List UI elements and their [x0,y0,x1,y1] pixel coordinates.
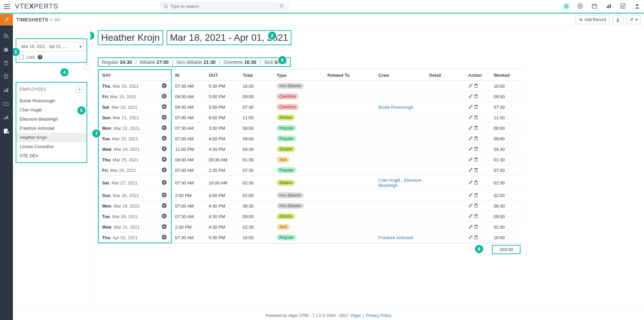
day-cell: Tue, Mar 23, 2021 [98,134,171,144]
add-entry-icon[interactable] [162,104,168,110]
lock-checkbox[interactable] [19,55,24,59]
employee-item[interactable]: Cher Hugill [16,105,87,114]
col-header: Type [273,70,324,81]
edit-icon[interactable] [468,125,473,131]
edit-icon[interactable] [468,214,473,219]
nav-doc-icon[interactable] [3,74,10,80]
worked-cell: 09:30 [490,201,523,211]
stat-overtime-label: Overtime [224,59,243,65]
add-entry-icon[interactable] [162,146,168,152]
footer-privacy-link[interactable]: Privacy Policy [366,313,392,318]
edit-icon[interactable] [468,146,473,152]
svg-rect-31 [6,117,7,119]
nav-puzzle-icon[interactable] [3,47,10,53]
total-cell: 10:00 [239,232,273,243]
crew-link[interactable]: Boote Risborough [378,105,414,110]
edit-icon[interactable] [468,104,473,110]
global-search[interactable] [160,2,289,11]
add-entry-icon[interactable] [162,114,168,121]
add-entry-icon[interactable] [162,180,168,186]
trash-icon[interactable] [474,83,478,89]
total-cell: 07:30 [239,102,273,112]
trash-icon[interactable] [474,167,478,173]
footer-vtiger-link[interactable]: Vtiger [350,313,361,318]
trash-icon[interactable] [474,125,478,131]
search-input[interactable] [170,4,280,9]
add-entry-icon[interactable] [162,157,168,163]
trash-icon[interactable] [474,94,478,100]
nav-trash-icon[interactable] [3,60,10,66]
trash-icon[interactable] [474,193,478,198]
add-entry-icon[interactable] [162,234,168,241]
employee-item[interactable]: Eleonore Beasleigh [16,114,87,124]
bar-chart-icon[interactable] [606,3,612,10]
trash-icon[interactable] [474,203,478,209]
edit-icon[interactable] [468,203,473,209]
type-cell: Overtime [273,102,324,112]
total-cell: 02:30 [239,222,273,232]
wrench-dropdown-button[interactable]: ▾ [626,15,641,24]
employee-item[interactable]: Linnea Considine [16,142,87,151]
trash-icon[interactable] [474,104,478,110]
related-cell [324,232,375,243]
edit-icon[interactable] [468,180,473,186]
chevron-down-icon[interactable] [280,4,286,9]
table-row: Sat, Mar 20, 202109:30 AM5:00 PM07:30Ove… [98,102,523,112]
breadcrumb-sub[interactable]: All [54,17,60,22]
user-icon[interactable] [634,3,641,10]
add-entry-icon[interactable] [162,203,168,209]
add-entry-icon[interactable] [162,136,168,142]
edit-icon[interactable] [468,193,473,198]
edit-icon[interactable] [468,224,473,230]
employee-item[interactable]: Boote Risborough [16,96,87,105]
breadcrumb-root[interactable]: TIMESHEETS [16,17,48,22]
nav-barchart2-icon[interactable] [3,114,10,121]
edit-icon[interactable] [468,136,473,142]
app-x-icon[interactable] [563,3,569,10]
nav-folder-icon[interactable] [3,101,10,107]
help-icon[interactable]: ? [38,55,42,59]
employee-item[interactable]: Friedrick Artinstall [16,124,87,133]
employee-item[interactable]: VTE DEV [16,151,87,160]
svg-rect-14 [607,6,608,8]
add-entry-icon[interactable] [162,224,168,230]
check-box-icon[interactable] [620,3,626,10]
edit-icon[interactable] [468,115,473,121]
calendar-icon[interactable] [592,3,598,10]
plus-circle-icon[interactable] [577,3,584,10]
edit-icon[interactable] [468,235,473,241]
crew-link[interactable]: Friedrick Artinstall [378,235,413,240]
type-cell: Non-Billable [273,81,324,91]
add-entry-icon[interactable] [162,167,168,173]
add-employee-button[interactable]: + [76,86,83,93]
download-button[interactable] [612,15,623,24]
add-entry-icon[interactable] [162,83,168,89]
trash-icon[interactable] [474,146,478,152]
nav-wrench-icon[interactable] [0,14,13,25]
trash-icon[interactable] [474,115,478,121]
trash-icon[interactable] [474,180,478,186]
add-entry-icon[interactable] [162,125,168,131]
edit-icon[interactable] [468,83,473,89]
trash-icon[interactable] [474,157,478,163]
hamburger-icon[interactable] [3,4,10,9]
nav-barchart-icon[interactable] [3,87,10,93]
pay-period-select[interactable]: Mar 18, 2021 - Apr 01, ... ▾ [19,42,84,51]
add-entry-icon[interactable] [162,213,168,219]
nav-rss-icon[interactable] [3,33,10,39]
edit-icon[interactable] [468,94,473,100]
add-entry-icon[interactable] [162,93,168,100]
nav-timesheet-icon[interactable]: $ [3,128,10,134]
trash-icon[interactable] [474,224,478,230]
total-cell: 10:00 [239,81,273,91]
employee-item[interactable]: Heather Krojn [16,133,87,142]
edit-icon[interactable] [468,157,473,163]
in-cell: 07:30 AM [171,211,205,222]
trash-icon[interactable] [474,214,478,219]
add-entry-icon[interactable] [162,192,168,198]
trash-icon[interactable] [474,235,478,241]
trash-icon[interactable] [474,136,478,142]
crew-link[interactable]: Cher Hugill , Eleonore Beasleigh [378,178,421,188]
edit-icon[interactable] [468,167,473,173]
add-record-button[interactable]: Add Record [575,15,610,24]
